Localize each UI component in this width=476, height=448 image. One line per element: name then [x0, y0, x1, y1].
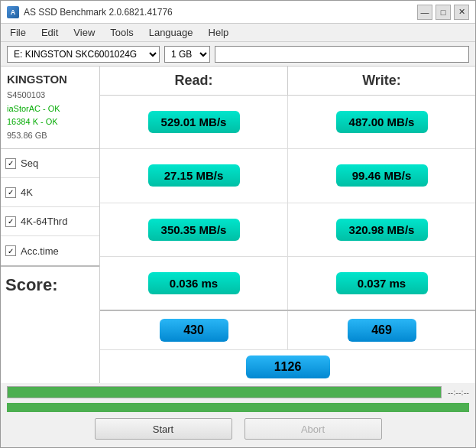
seq-read-badge: 529.01 MB/s	[148, 111, 240, 133]
abort-button[interactable]: Abort	[244, 418, 382, 440]
close-button[interactable]: ✕	[454, 5, 469, 20]
label-4k: 4K	[21, 187, 33, 198]
checkbox-seq[interactable]: ✓	[5, 158, 16, 169]
main-window: A AS SSD Benchmark 2.0.6821.41776 — □ ✕ …	[0, 0, 476, 448]
window-title: AS SSD Benchmark 2.0.6821.41776	[24, 7, 173, 18]
drive-serial: S4500103	[7, 89, 93, 102]
read-score-col: 430	[100, 311, 288, 349]
app-icon: A	[7, 6, 19, 18]
write-score-badge: 469	[348, 319, 416, 342]
read-header: Read:	[100, 67, 288, 95]
acctime-write-badge: 0.037 ms	[336, 272, 428, 294]
toolbar: E: KINGSTON SKC6001024G 1 GB	[1, 42, 475, 67]
4k64thrd-write-badge: 320.98 MB/s	[336, 219, 428, 241]
minimize-button[interactable]: —	[417, 5, 432, 20]
green-status-bar	[7, 403, 469, 412]
write-header: Write:	[288, 67, 475, 95]
total-score-badge: 1126	[246, 355, 330, 378]
4k64thrd-write-cell: 320.98 MB/s	[288, 203, 475, 256]
drive-info-panel: KINGSTON S4500103 iaStorAC - OK 16384 K …	[1, 67, 99, 149]
4k-read-cell: 27.15 MB/s	[100, 149, 288, 202]
drive-details: S4500103 iaStorAC - OK 16384 K - OK 953.…	[7, 89, 93, 142]
acctime-write-cell: 0.037 ms	[288, 257, 475, 310]
acctime-read-badge: 0.036 ms	[148, 272, 240, 294]
size-select[interactable]: 1 GB	[164, 46, 210, 63]
label-acctime: Acc.time	[21, 245, 59, 257]
4k-write-badge: 99.46 MB/s	[336, 164, 428, 187]
total-score-row: 1126	[100, 349, 475, 383]
test-row-seq: ✓ Seq	[1, 149, 99, 178]
acctime-read-cell: 0.036 ms	[100, 257, 288, 310]
drive-model: KINGSTON	[7, 73, 93, 86]
data-row-4k: 27.15 MB/s 99.46 MB/s	[100, 149, 475, 203]
progress-bar-fill	[8, 387, 441, 398]
buttons-row: Start Abort	[7, 418, 469, 447]
score-label-row: Score:	[1, 265, 99, 304]
4k-write-cell: 99.46 MB/s	[288, 149, 475, 202]
read-score-badge: 430	[160, 319, 228, 342]
drive-select[interactable]: E: KINGSTON SKC6001024G	[7, 46, 160, 63]
drive-driver: iaStorAC - OK	[7, 102, 93, 116]
checkbox-4k64thrd[interactable]: ✓	[5, 216, 16, 227]
seq-write-cell: 487.00 MB/s	[288, 96, 475, 148]
seq-write-badge: 487.00 MB/s	[336, 111, 428, 133]
progress-bar-container	[7, 386, 442, 398]
title-controls: — □ ✕	[417, 5, 469, 20]
drive-size: 953.86 GB	[7, 129, 93, 143]
data-row-seq: 529.01 MB/s 487.00 MB/s	[100, 96, 475, 149]
maximize-button[interactable]: □	[436, 5, 451, 20]
4k64thrd-read-cell: 350.35 MB/s	[100, 203, 288, 256]
menu-bar: File Edit View Tools Language Help	[1, 24, 475, 42]
4k64thrd-read-badge: 350.35 MB/s	[148, 219, 240, 241]
label-4k64thrd: 4K-64Thrd	[21, 216, 67, 227]
write-score-col: 469	[288, 311, 475, 349]
score-section: 430 469	[100, 310, 475, 349]
label-seq: Seq	[21, 157, 38, 169]
bottom-area: --:--:-- Start Abort	[1, 383, 475, 447]
seq-read-cell: 529.01 MB/s	[100, 96, 288, 148]
extra-input-field	[215, 46, 469, 63]
menu-language[interactable]: Language	[144, 25, 198, 40]
title-bar-left: A AS SSD Benchmark 2.0.6821.41776	[7, 6, 173, 18]
score-label: Score:	[5, 275, 57, 295]
menu-view[interactable]: View	[69, 25, 99, 40]
header-row: Read: Write:	[100, 67, 475, 96]
data-row-4k64thrd: 350.35 MB/s 320.98 MB/s	[100, 203, 475, 257]
menu-help[interactable]: Help	[204, 25, 234, 40]
menu-tools[interactable]: Tools	[105, 25, 138, 40]
data-row-acctime: 0.036 ms 0.037 ms	[100, 257, 475, 310]
start-button[interactable]: Start	[95, 418, 232, 440]
bench-layout: KINGSTON S4500103 iaStorAC - OK 16384 K …	[1, 67, 475, 383]
left-column: KINGSTON S4500103 iaStorAC - OK 16384 K …	[1, 67, 100, 383]
data-panel: Read: Write: 529.01 MB/s 487.00 MB/s 27.…	[100, 67, 475, 383]
test-row-4k64thrd: ✓ 4K-64Thrd	[1, 207, 99, 236]
data-rows: 529.01 MB/s 487.00 MB/s 27.15 MB/s 99.46…	[100, 96, 475, 310]
test-row-4k: ✓ 4K	[1, 178, 99, 207]
test-row-acctime: ✓ Acc.time	[1, 236, 99, 265]
checkbox-acctime[interactable]: ✓	[5, 245, 16, 256]
time-display: --:--:--	[448, 388, 469, 397]
drive-block: 16384 K - OK	[7, 115, 93, 129]
title-bar: A AS SSD Benchmark 2.0.6821.41776 — □ ✕	[1, 1, 475, 24]
menu-edit[interactable]: Edit	[37, 25, 63, 40]
4k-read-badge: 27.15 MB/s	[148, 164, 240, 187]
menu-file[interactable]: File	[5, 25, 31, 40]
checkbox-4k[interactable]: ✓	[5, 187, 16, 198]
progress-area: --:--:--	[7, 386, 469, 398]
